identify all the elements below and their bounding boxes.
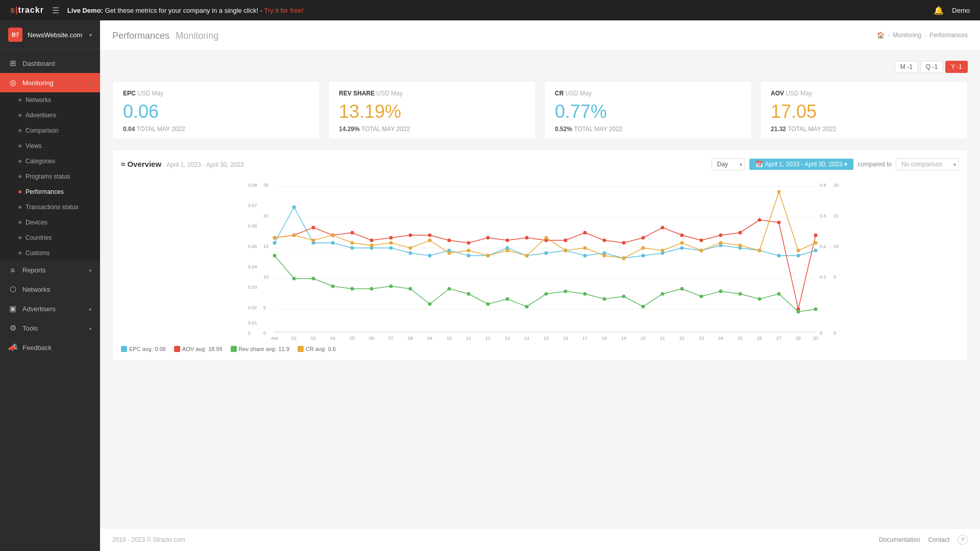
svg-text:09: 09 — [427, 336, 432, 340]
svg-point-135 — [603, 297, 606, 301]
top-bar-right: 🔔 Demo — [934, 6, 970, 15]
svg-point-134 — [583, 292, 587, 296]
granularity-select[interactable]: Day Week Month — [712, 158, 745, 170]
sidebar-label-dashboard: Dashboard — [22, 60, 92, 67]
svg-text:02: 02 — [291, 336, 297, 340]
svg-point-159 — [506, 249, 509, 253]
sidebar-item-networks[interactable]: Networks — [0, 92, 100, 108]
period-m1-button[interactable]: M -1 — [895, 61, 918, 73]
svg-point-123 — [370, 287, 374, 291]
user-menu[interactable]: Demo — [952, 7, 970, 14]
chart-controls: Day Week Month 📅 April 1, 2023 - April 3… — [712, 158, 959, 170]
sidebar-item-views[interactable]: Views — [0, 138, 100, 154]
svg-point-120 — [312, 277, 315, 281]
help-button[interactable]: ? — [958, 535, 968, 545]
sidebar-item-advertisers-main[interactable]: ▣ Advertisers ▸ — [0, 299, 100, 318]
period-buttons: M -1 Q -1 Y -1 — [112, 61, 968, 73]
svg-point-143 — [758, 297, 762, 301]
svg-point-63 — [331, 241, 335, 245]
sidebar-item-programs-status[interactable]: Programs status — [0, 169, 100, 184]
svg-point-101 — [506, 239, 509, 242]
tools-chevron-icon: ▸ — [89, 325, 92, 331]
svg-point-115 — [777, 221, 781, 224]
reports-icon: ≡ — [8, 266, 17, 274]
try-free-link[interactable]: Try it for free! — [264, 7, 303, 14]
svg-text:15: 15 — [834, 213, 839, 218]
sidebar-label-advertisers-main: Advertisers — [22, 305, 84, 313]
advertisers-label: Advertisers — [26, 112, 56, 119]
svg-text:28: 28 — [796, 336, 801, 340]
svg-text:22: 22 — [679, 336, 684, 340]
sidebar-item-transactions-status[interactable]: Transactions status — [0, 199, 100, 215]
monitoring-icon: ◎ — [8, 78, 17, 87]
compare-select[interactable]: No comparison Previous period — [896, 158, 959, 170]
svg-text:0: 0 — [834, 331, 836, 336]
svg-text:21: 21 — [660, 336, 665, 340]
svg-point-74 — [545, 252, 548, 255]
breadcrumb-monitoring[interactable]: Monitoring — [893, 32, 921, 39]
categories-label: Categories — [26, 158, 55, 165]
svg-point-172 — [758, 249, 762, 253]
period-y1-button[interactable]: Y -1 — [945, 61, 968, 73]
transactions-status-dot — [18, 206, 21, 209]
cr-legend-label: CR avg: — [306, 346, 326, 352]
svg-text:27: 27 — [776, 336, 781, 340]
sidebar-item-dashboard[interactable]: ⊞ Dashboard — [0, 54, 100, 73]
svg-text:07: 07 — [388, 336, 394, 340]
contact-link[interactable]: Contact — [928, 536, 949, 543]
menu-icon[interactable]: ☰ — [52, 6, 59, 15]
svg-point-164 — [603, 254, 606, 258]
svg-text:0: 0 — [248, 331, 251, 336]
documentation-link[interactable]: Documentation — [879, 536, 920, 543]
svg-point-148 — [292, 234, 296, 237]
notification-bell-icon[interactable]: 🔔 — [934, 6, 944, 15]
svg-point-61 — [292, 206, 296, 209]
svg-text:0.2: 0.2 — [820, 274, 826, 280]
svg-point-158 — [486, 254, 490, 258]
svg-text:18: 18 — [602, 336, 607, 340]
svg-point-100 — [486, 236, 490, 240]
svg-text:20: 20 — [263, 213, 268, 218]
svg-point-132 — [545, 292, 548, 296]
sidebar-item-monitoring[interactable]: ◎ Monitoring ▾ — [0, 73, 100, 92]
sidebar-item-networks-main[interactable]: ⬡ Networks — [0, 280, 100, 299]
svg-text:19: 19 — [621, 336, 626, 340]
svg-point-153 — [389, 241, 393, 245]
svg-text:20: 20 — [641, 336, 646, 340]
svg-point-157 — [467, 249, 471, 253]
sidebar-item-customs[interactable]: Customs — [0, 245, 100, 261]
svg-point-122 — [351, 287, 354, 291]
sidebar-item-advertisers[interactable]: Advertisers — [0, 108, 100, 123]
svg-point-174 — [797, 249, 800, 253]
metric-card-epc: EPC USD May 0.06 0.04 TOTAL MAY 2022 — [112, 81, 320, 139]
sidebar-item-tools[interactable]: ⚙ Tools ▸ — [0, 318, 100, 338]
sidebar-item-reports[interactable]: ≡ Reports ▸ — [0, 261, 100, 280]
rev-share-value: 13.19% — [339, 101, 525, 122]
sidebar-item-performances[interactable]: Performances — [0, 184, 100, 199]
transactions-status-label: Transactions status — [26, 204, 79, 211]
sidebar-item-categories[interactable]: Categories — [0, 154, 100, 169]
sidebar-item-countries[interactable]: Countries — [0, 230, 100, 245]
svg-text:Apr: Apr — [271, 336, 278, 340]
granularity-select-wrapper: Day Week Month — [712, 158, 745, 170]
breadcrumb-home-icon[interactable]: 🏠 — [877, 32, 885, 39]
sidebar-item-feedback[interactable]: 📣 Feedback — [0, 338, 100, 357]
rev-share-legend-dot — [231, 346, 237, 352]
company-selector[interactable]: B7 NewsWebsite.com ▾ — [0, 20, 100, 49]
svg-point-160 — [525, 254, 529, 258]
comparison-label: Comparison — [26, 127, 59, 134]
svg-point-175 — [814, 241, 818, 245]
devices-dot — [18, 221, 21, 224]
cr-legend-dot — [298, 346, 304, 352]
app-body: B7 NewsWebsite.com ▾ ⊞ Dashboard ◎ Monit… — [0, 20, 980, 551]
period-q1-button[interactable]: Q -1 — [920, 61, 943, 73]
svg-point-140 — [700, 295, 703, 298]
svg-point-70 — [467, 254, 471, 258]
svg-point-79 — [642, 254, 645, 258]
date-range-button[interactable]: 📅 April 1, 2023 - April 30, 2023 ▾ — [749, 159, 853, 170]
app-logo: s|trackr — [10, 6, 44, 15]
sidebar-item-devices[interactable]: Devices — [0, 215, 100, 230]
sidebar-item-comparison[interactable]: Comparison — [0, 123, 100, 138]
metric-card-cr: CR USD May 0.77% 0.52% TOTAL MAY 2022 — [544, 81, 752, 139]
svg-point-76 — [583, 254, 587, 258]
